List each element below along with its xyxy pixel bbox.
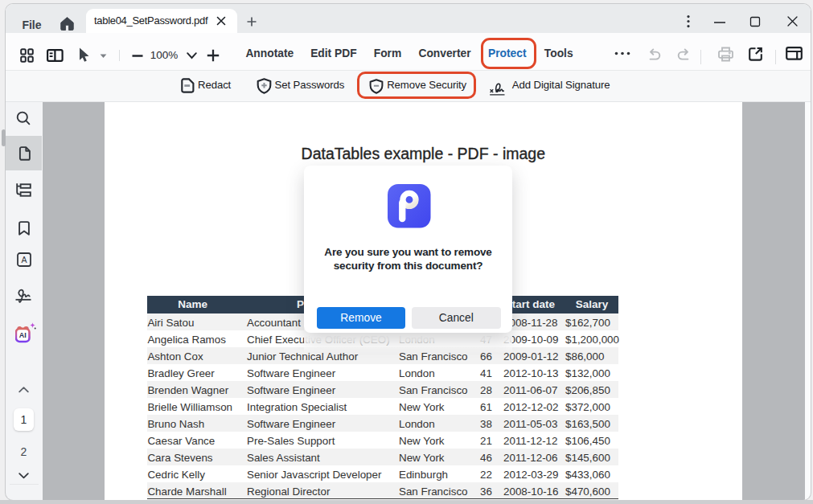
svg-text:AI: AI <box>19 331 27 339</box>
svg-text:A: A <box>21 255 27 264</box>
